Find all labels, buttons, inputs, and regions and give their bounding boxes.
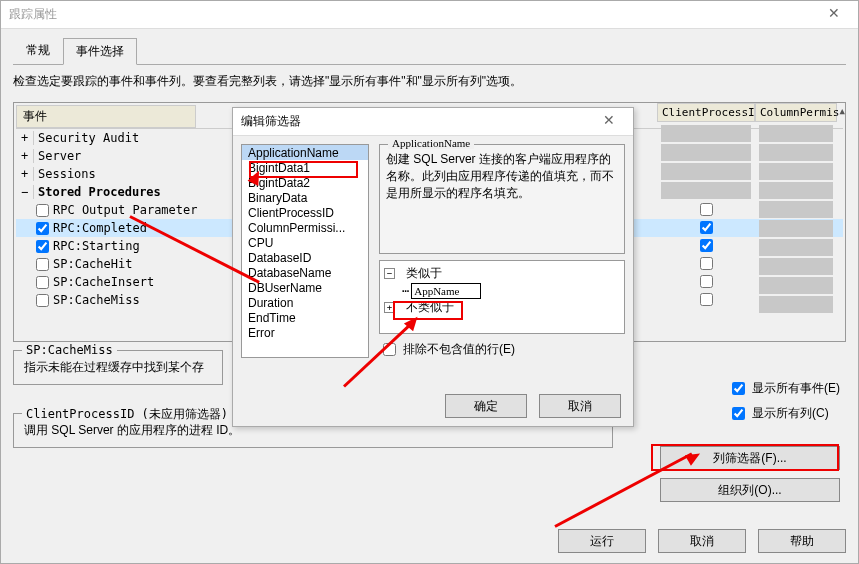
scroll-right-icon[interactable]: ▲ xyxy=(839,106,844,119)
tree-like-label[interactable]: 类似于 xyxy=(406,265,442,282)
cell-disabled xyxy=(759,258,833,275)
col-header-events[interactable]: 事件 xyxy=(16,105,196,128)
cell-disabled xyxy=(661,182,751,199)
event-checkbox-sp-cachehit[interactable] xyxy=(36,258,49,271)
tab-events[interactable]: 事件选择 xyxy=(63,38,137,65)
status-description-group: SP:CacheMiss 指示未能在过程缓存中找到某个存 xyxy=(13,350,223,385)
list-item[interactable]: ColumnPermissi... xyxy=(242,220,368,235)
grid-checkbox[interactable] xyxy=(700,203,713,216)
column-list[interactable]: ApplicationName BigintData1 BigintData2 … xyxy=(241,144,369,358)
grid-checkbox[interactable] xyxy=(700,221,713,234)
list-item[interactable]: DatabaseName xyxy=(242,265,368,280)
exclude-empty-checkbox[interactable] xyxy=(383,343,396,356)
edit-filter-dialog: 编辑筛选器 ✕ ApplicationName BigintData1 Bigi… xyxy=(232,107,634,427)
event-item-label[interactable]: RPC:Starting xyxy=(53,239,140,253)
show-all-columns-label: 显示所有列(C) xyxy=(752,405,829,422)
cell-disabled xyxy=(759,163,833,180)
expand-icon[interactable]: + xyxy=(16,167,34,181)
status-legend: SP:CacheMiss xyxy=(22,343,117,357)
run-button[interactable]: 运行 xyxy=(558,529,646,553)
instruction-text: 检查选定要跟踪的事件和事件列。要查看完整列表，请选择"显示所有事件"和"显示所有… xyxy=(13,73,846,90)
event-checkbox-sp-cachemiss[interactable] xyxy=(36,294,49,307)
main-window-title: 跟踪属性 xyxy=(9,6,818,23)
col-header-clientprocessid[interactable]: ClientProcessID xyxy=(657,103,755,122)
dialog-ok-button[interactable]: 确定 xyxy=(445,394,527,418)
cell-disabled xyxy=(759,144,833,161)
display-options: 显示所有事件(E) 显示所有列(C) xyxy=(728,379,840,423)
show-all-events-checkbox[interactable] xyxy=(732,382,745,395)
filter-text: 调用 SQL Server 的应用程序的进程 ID。 xyxy=(24,423,240,437)
list-item[interactable]: BigintData1 xyxy=(242,160,368,175)
right-columns: ClientProcessID Colu xyxy=(657,103,837,314)
organize-columns-button[interactable]: 组织列(O)... xyxy=(660,478,840,502)
cell-disabled xyxy=(661,144,751,161)
event-item-label[interactable]: SP:CacheMiss xyxy=(53,293,140,307)
dialog-cancel-button[interactable]: 取消 xyxy=(539,394,621,418)
expand-icon[interactable]: + xyxy=(16,131,34,145)
tree-collapse-icon[interactable]: − xyxy=(384,268,395,279)
list-item[interactable]: BinaryData xyxy=(242,190,368,205)
tree-notlike-label[interactable]: 不类似于 xyxy=(406,299,454,316)
cell-disabled xyxy=(759,125,833,142)
cell-disabled xyxy=(759,182,833,199)
list-item[interactable]: Error xyxy=(242,325,368,340)
cell-disabled xyxy=(661,125,751,142)
cell-disabled xyxy=(661,163,751,180)
show-all-columns-checkbox[interactable] xyxy=(732,407,745,420)
column-filter-button[interactable]: 列筛选器(F)... xyxy=(660,446,840,470)
exclude-empty-label: 排除不包含值的行(E) xyxy=(403,341,515,358)
list-item[interactable]: ClientProcessID xyxy=(242,205,368,220)
cell-disabled xyxy=(759,277,833,294)
tab-bar: 常规 事件选择 xyxy=(13,37,846,65)
event-checkbox-rpc-output[interactable] xyxy=(36,204,49,217)
list-item[interactable]: DatabaseID xyxy=(242,250,368,265)
dialog-close-icon[interactable]: ✕ xyxy=(593,112,625,132)
cell-disabled xyxy=(759,220,833,237)
main-titlebar[interactable]: 跟踪属性 ✕ xyxy=(1,1,858,29)
list-item[interactable]: DBUserName xyxy=(242,280,368,295)
grid-checkbox[interactable] xyxy=(700,275,713,288)
description-text: 创建 SQL Server 连接的客户端应用程序的名称。此列由应用程序传递的值填… xyxy=(386,152,614,200)
col-header-colperm[interactable]: ColumnPermis xyxy=(760,106,839,119)
event-item-label[interactable]: SP:CacheHit xyxy=(53,257,132,271)
list-item[interactable]: EndTime xyxy=(242,310,368,325)
cell-disabled xyxy=(759,201,833,218)
cancel-button[interactable]: 取消 xyxy=(658,529,746,553)
list-item[interactable]: CPU xyxy=(242,235,368,250)
collapse-icon[interactable]: − xyxy=(16,185,34,199)
status-text: 指示未能在过程缓存中找到某个存 xyxy=(24,360,204,374)
cell-disabled xyxy=(759,296,833,313)
event-checkbox-rpc-starting[interactable] xyxy=(36,240,49,253)
dialog-titlebar[interactable]: 编辑筛选器 ✕ xyxy=(233,108,633,136)
event-item-label[interactable]: RPC Output Parameter xyxy=(53,203,198,217)
expand-icon[interactable]: + xyxy=(16,149,34,163)
grid-checkbox[interactable] xyxy=(700,293,713,306)
list-item[interactable]: ApplicationName xyxy=(242,145,368,160)
event-checkbox-sp-cacheinsert[interactable] xyxy=(36,276,49,289)
description-box: ApplicationName 创建 SQL Server 连接的客户端应用程序… xyxy=(379,144,625,254)
grid-checkbox[interactable] xyxy=(700,239,713,252)
close-icon[interactable]: ✕ xyxy=(818,5,850,25)
cell-disabled xyxy=(759,239,833,256)
list-item[interactable]: Duration xyxy=(242,295,368,310)
show-all-events-label: 显示所有事件(E) xyxy=(752,380,840,397)
tree-expand-icon[interactable]: + xyxy=(384,302,395,313)
event-checkbox-rpc-completed[interactable] xyxy=(36,222,49,235)
event-item-label[interactable]: SP:CacheInsert xyxy=(53,275,154,289)
dialog-title: 编辑筛选器 xyxy=(241,113,593,130)
grid-checkbox[interactable] xyxy=(700,257,713,270)
filter-legend: ClientProcessID (未应用筛选器) xyxy=(22,406,232,423)
description-legend: ApplicationName xyxy=(388,137,474,149)
help-button[interactable]: 帮助 xyxy=(758,529,846,553)
list-item[interactable]: BigintData2 xyxy=(242,175,368,190)
event-item-label[interactable]: RPC:Completed xyxy=(53,221,147,235)
tab-general[interactable]: 常规 xyxy=(13,37,63,64)
filter-value-input[interactable] xyxy=(411,283,481,299)
filter-tree: − 类似于 ⋯ + 不类似于 xyxy=(379,260,625,334)
